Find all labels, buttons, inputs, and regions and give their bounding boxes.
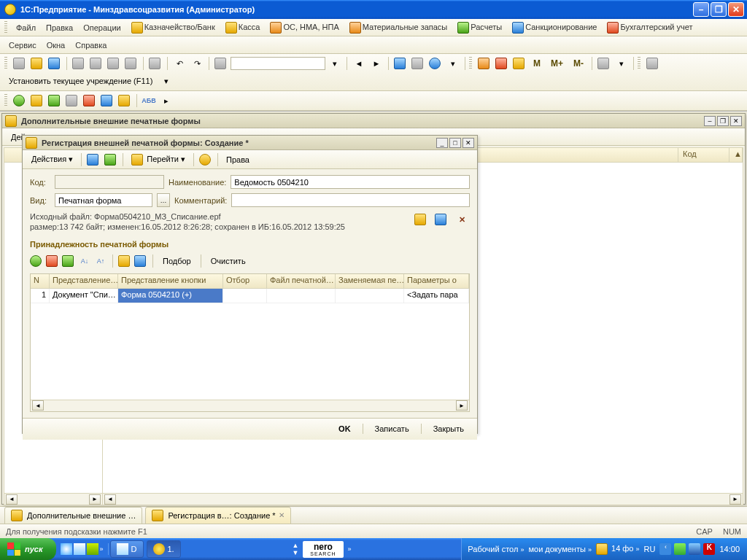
nav-fwd-button[interactable]: ► — [368, 55, 384, 71]
window-minimize-button[interactable]: – — [693, 2, 709, 17]
scroll-right-button[interactable]: ► — [89, 494, 101, 505]
bg-right-scrollbar[interactable]: ◄ ► — [103, 493, 743, 505]
cell-repr[interactable]: Документ "Спи… — [50, 289, 118, 303]
tb-abc[interactable]: АБВ — [141, 93, 157, 109]
tb-copy[interactable] — [64, 93, 80, 109]
tb-addgroup[interactable] — [29, 93, 45, 109]
open-button[interactable] — [29, 55, 45, 71]
cell-params[interactable]: <Задать пара — [404, 289, 469, 303]
ql-icon-1[interactable] — [61, 543, 72, 555]
dialog-maximize-button[interactable]: □ — [449, 138, 461, 148]
search-go-button[interactable]: ▾ — [327, 55, 343, 71]
refresh-toolbar-button[interactable] — [103, 152, 119, 168]
cell-filter[interactable] — [223, 289, 267, 303]
redo-button[interactable]: ↷ — [189, 55, 205, 71]
search-input[interactable] — [231, 57, 325, 70]
grid-save-button[interactable] — [134, 254, 147, 268]
col-filter[interactable]: Отбор — [223, 274, 267, 288]
undo-button[interactable]: ↶ — [171, 55, 187, 71]
ql-icon-2[interactable] — [74, 543, 85, 555]
col-file[interactable]: Файл печатной… — [267, 274, 336, 288]
folder-toolbar[interactable]: 14 фо » — [596, 543, 640, 555]
write-button[interactable]: Записать — [371, 423, 414, 435]
menu-windows[interactable]: Окна — [42, 39, 70, 51]
window-list-button[interactable] — [410, 55, 426, 71]
menu-help[interactable]: Справка — [71, 39, 111, 51]
calendar-button[interactable] — [494, 55, 510, 71]
menu-materials[interactable]: Материальные запасы — [345, 20, 452, 35]
ql-chevron[interactable]: » — [100, 545, 104, 553]
doc-tab-2[interactable]: Регистрация в…: Создание * ✕ — [145, 507, 290, 524]
actions-menu[interactable]: Действия ▾ — [27, 153, 77, 166]
scroll-right-button[interactable]: ► — [456, 400, 468, 411]
scroll-left-button[interactable]: ◄ — [104, 494, 116, 505]
menu-calc[interactable]: Расчеты — [453, 20, 506, 35]
goto-menu[interactable]: Перейти ▾ — [127, 152, 190, 167]
col-repr[interactable]: Представление… — [50, 274, 118, 288]
refresh-button[interactable] — [392, 55, 409, 71]
save-toolbar-button[interactable] — [85, 152, 101, 168]
cell-n[interactable]: 1 — [31, 289, 50, 303]
language-indicator[interactable]: RU — [644, 545, 656, 553]
grid-scrollbar[interactable]: ◄ ► — [31, 400, 469, 411]
nav-back-button[interactable]: ◄ — [351, 55, 367, 71]
doc-tab-1[interactable]: Дополнительные внешние … — [4, 507, 142, 524]
kind-input[interactable] — [55, 193, 152, 207]
new-button[interactable] — [12, 55, 28, 71]
menu-treasury[interactable]: Казначейство/Банк — [127, 20, 220, 35]
help-button[interactable] — [427, 55, 444, 71]
menu-operations[interactable]: Операции — [79, 22, 125, 34]
dialog-minimize-button[interactable]: _ — [436, 138, 448, 148]
dropdown3-button[interactable]: ▾ — [158, 73, 174, 89]
bg-col-code[interactable]: Код — [678, 148, 729, 163]
code-input[interactable] — [55, 175, 164, 189]
bg-left-scrollbar[interactable]: ◄ ► — [4, 493, 102, 505]
clock[interactable]: 14:00 — [719, 545, 740, 553]
menu-kassa[interactable]: Касса — [221, 20, 265, 35]
tb-next[interactable]: ▸ — [158, 93, 174, 109]
orgs-button[interactable] — [511, 55, 527, 71]
grid-folder-button[interactable] — [118, 254, 131, 268]
task-overflow-up[interactable]: ▲▼ — [292, 542, 298, 556]
tb-move[interactable] — [117, 93, 133, 109]
tb-add[interactable] — [12, 93, 28, 109]
calc-button[interactable] — [476, 55, 492, 71]
ql-icon-3[interactable] — [87, 543, 98, 555]
set-institution-button[interactable]: Установить текущее учреждение (F11) — [4, 75, 157, 87]
cancel-button[interactable]: Закрыть — [429, 423, 468, 435]
help-toolbar-button[interactable] — [198, 152, 214, 168]
bg-col-scroll[interactable]: ▲ — [729, 148, 743, 163]
task-item-d[interactable]: D — [110, 540, 144, 558]
grid-clear-button[interactable]: Очистить — [206, 255, 250, 267]
dropdown2-button[interactable]: ▾ — [614, 55, 630, 71]
task-item-1c[interactable]: 1. — [147, 540, 181, 558]
kind-select-button[interactable]: … — [157, 193, 170, 207]
cell-replace[interactable] — [336, 289, 404, 303]
copy-button[interactable] — [88, 55, 104, 71]
documents-toolbar[interactable]: мои документы » — [528, 545, 592, 553]
bg-close-button[interactable]: ✕ — [730, 116, 742, 126]
scroll-right-button[interactable]: ► — [729, 494, 741, 505]
dropdown-button[interactable]: ▾ — [445, 55, 461, 71]
grid-add-button[interactable] — [30, 254, 43, 268]
cut-button[interactable] — [71, 55, 87, 71]
rights-button[interactable]: Права — [222, 154, 254, 166]
nero-chevron[interactable]: » — [348, 545, 352, 553]
copy2-button[interactable] — [123, 55, 139, 71]
window-close-button[interactable]: ✕ — [728, 2, 744, 17]
grid-sort-desc-button[interactable]: A↑ — [94, 254, 107, 268]
dialog-titlebar[interactable]: Регистрация внешней печатной формы: Созд… — [23, 136, 477, 150]
table-row[interactable]: 1 Документ "Спи… Форма 0504210 (+) <Зада… — [31, 289, 469, 303]
tray-icon-blue[interactable] — [689, 543, 700, 555]
inst-icon-button[interactable] — [645, 55, 661, 71]
ok-button[interactable]: OK — [334, 423, 355, 435]
memory-mminus-button[interactable]: М- — [569, 57, 588, 70]
grid-delete-button[interactable] — [46, 254, 59, 268]
file-save-button[interactable] — [433, 211, 449, 228]
grid-edit-button[interactable] — [62, 254, 75, 268]
nero-search-widget[interactable]: nero SEARCH — [303, 541, 343, 558]
tb-del[interactable] — [82, 93, 98, 109]
menu-sanction[interactable]: Санкционирование — [508, 20, 601, 35]
cell-btn-selected[interactable]: Форма 0504210 (+) — [118, 289, 223, 303]
tray-icon-green[interactable] — [674, 543, 686, 555]
